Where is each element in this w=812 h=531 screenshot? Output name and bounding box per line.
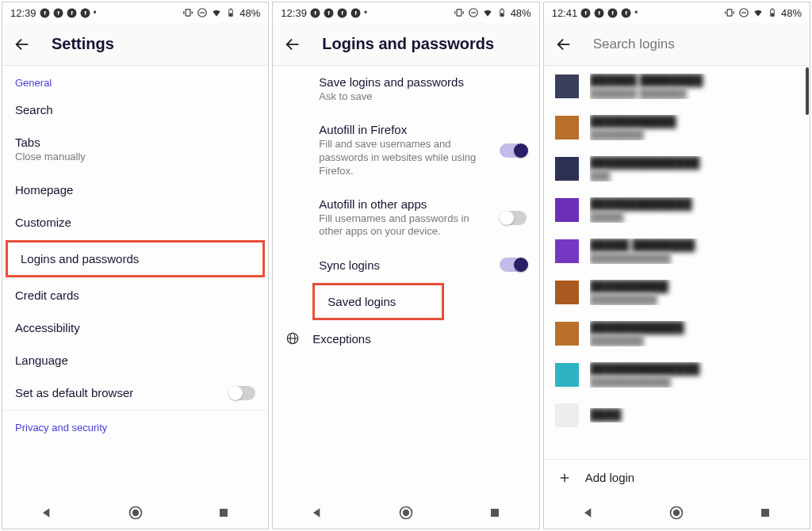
svg-text:f: f: [584, 10, 587, 17]
login-item[interactable]: ██████████████ ████████████: [544, 354, 810, 395]
login-favicon: [555, 403, 579, 427]
facebook-icon: f: [40, 8, 50, 18]
login-subtitle: ███████ ███████: [590, 88, 799, 99]
settings-item-language[interactable]: Language: [2, 344, 268, 376]
login-title: ███████████: [590, 115, 799, 128]
settings-item-accessibility[interactable]: Accessibility: [2, 311, 268, 344]
nav-home-icon[interactable]: [398, 505, 414, 521]
login-item[interactable]: ██████████ ██████████: [544, 272, 810, 313]
svg-text:f: f: [625, 10, 627, 17]
login-subtitle: ████████: [590, 335, 799, 346]
app-bar: Settings: [2, 23, 268, 66]
scroll-indicator[interactable]: [806, 67, 809, 115]
login-item[interactable]: █████████████ █████: [544, 189, 810, 231]
dnd-icon: [197, 7, 208, 18]
logins-settings-content: Save logins and passwords Ask to save Au…: [273, 66, 538, 495]
nav-home-icon[interactable]: [128, 505, 144, 521]
battery-icon: [496, 7, 508, 18]
nav-back-icon[interactable]: [39, 505, 55, 521]
svg-rect-14: [230, 9, 232, 10]
settings-item-default-browser[interactable]: Set as default browser: [2, 376, 268, 410]
status-bar: 12:39 f f f f • 48%: [273, 2, 538, 23]
saved-logins-content: ██████ ████████ ███████ ███████ ████████…: [544, 66, 810, 495]
label: Accessibility: [15, 321, 255, 334]
label: Autofill in other apps: [319, 197, 489, 211]
login-item[interactable]: ██████ ████████ ███████ ███████: [544, 66, 810, 107]
nav-recents-icon[interactable]: [216, 505, 232, 521]
settings-item-homepage[interactable]: Homepage: [2, 174, 268, 206]
label: Save logins and passwords: [319, 75, 526, 89]
section-general: General: [2, 66, 268, 94]
svg-rect-36: [500, 13, 504, 16]
status-time: 12:41: [552, 7, 578, 19]
svg-text:f: f: [314, 10, 316, 17]
svg-rect-59: [772, 9, 773, 10]
facebook-icon: f: [337, 8, 347, 18]
toggle-default-browser[interactable]: [228, 386, 255, 400]
item-autofill-firefox[interactable]: Autofill in Firefox Fill and save userna…: [306, 113, 538, 188]
svg-rect-35: [500, 9, 502, 10]
item-save-logins[interactable]: Save logins and passwords Ask to save: [306, 66, 538, 113]
phone-settings: 12:39 f f f f • 48% Settings General Sea…: [2, 2, 269, 529]
item-exceptions[interactable]: Exceptions: [273, 322, 538, 355]
svg-text:f: f: [44, 10, 46, 17]
nav-back-icon[interactable]: [309, 505, 325, 521]
toggle-autofill-other[interactable]: [500, 211, 527, 225]
sublabel: Fill and save usernames and passwords in…: [319, 138, 489, 178]
login-favicon: [555, 198, 579, 222]
login-item[interactable]: ███████████ ████████: [544, 107, 810, 148]
facebook-icon: f: [580, 8, 591, 18]
svg-marker-41: [313, 508, 320, 518]
login-title: ██████████████: [590, 156, 799, 169]
facebook-icon: f: [607, 8, 618, 18]
toggle-sync-logins[interactable]: [500, 258, 527, 272]
login-item[interactable]: ██████████████ ███: [544, 148, 810, 189]
phone-logins-settings: 12:39 f f f f • 48% Logins and passwords…: [272, 2, 539, 529]
svg-text:f: f: [354, 10, 357, 17]
label: Credit cards: [15, 288, 255, 302]
login-item[interactable]: ████: [544, 395, 810, 435]
label: Homepage: [15, 183, 255, 197]
facebook-icon: f: [621, 8, 631, 18]
nav-home-icon[interactable]: [668, 505, 684, 521]
login-subtitle: ████████: [590, 129, 799, 140]
nav-recents-icon[interactable]: [487, 505, 503, 521]
label: Language: [15, 353, 255, 367]
login-title: ██████ ████████: [590, 74, 799, 86]
nav-bar: [544, 495, 810, 529]
svg-text:f: f: [611, 10, 614, 17]
login-list[interactable]: ██████ ████████ ███████ ███████ ████████…: [544, 66, 810, 459]
toggle-autofill-firefox[interactable]: [500, 143, 527, 158]
search-logins-input[interactable]: [593, 36, 799, 52]
login-favicon: [555, 157, 579, 181]
status-time: 12:39: [281, 7, 307, 19]
settings-item-tabs[interactable]: Tabs Close manually: [2, 126, 268, 174]
settings-item-logins[interactable]: Logins and passwords: [6, 240, 265, 277]
status-bar: 12:39 f f f f • 48%: [2, 2, 268, 23]
svg-point-66: [673, 509, 680, 515]
login-item[interactable]: ████████████ ████████: [544, 313, 810, 354]
item-saved-logins[interactable]: Saved logins: [312, 283, 443, 320]
app-bar: [544, 23, 810, 66]
settings-item-credit-cards[interactable]: Credit cards: [2, 279, 268, 311]
login-item[interactable]: █████ ████████ ████████████: [544, 231, 810, 272]
facebook-icon: f: [67, 8, 77, 18]
label: Customize: [15, 216, 255, 229]
login-favicon: [555, 239, 579, 263]
app-bar: Logins and passwords: [273, 23, 538, 66]
back-icon[interactable]: [555, 36, 573, 53]
back-icon[interactable]: [13, 36, 31, 53]
svg-point-43: [403, 509, 409, 515]
item-autofill-other[interactable]: Autofill in other apps Fill usernames an…: [306, 188, 538, 249]
more-icon: •: [634, 7, 638, 18]
nav-back-icon[interactable]: [580, 505, 596, 521]
login-subtitle: ████████████: [590, 376, 799, 388]
nav-recents-icon[interactable]: [757, 505, 773, 521]
back-icon[interactable]: [284, 36, 301, 53]
settings-item-search[interactable]: Search: [2, 94, 268, 126]
settings-item-customize[interactable]: Customize: [2, 206, 268, 239]
svg-text:f: f: [57, 10, 59, 17]
add-login-button[interactable]: Add login: [544, 459, 810, 495]
item-sync-logins[interactable]: Sync logins: [306, 248, 538, 281]
facebook-icon: f: [53, 8, 63, 18]
